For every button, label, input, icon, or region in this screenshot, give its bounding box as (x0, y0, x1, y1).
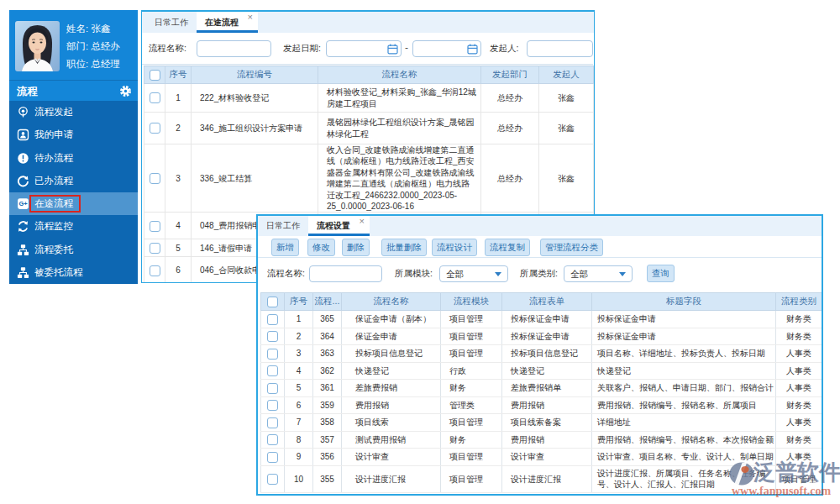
front-table-row[interactable]: 8357测试费用报销财务费用报销费用报销、报销编号、报销名称、本次报销金额财务类 (261, 431, 822, 449)
table-cell: 财务类 (776, 431, 822, 449)
sidebar-item-在途流程[interactable]: G+在途流程 (9, 192, 138, 215)
front-table-row[interactable]: 2364保证金申请项目管理投标保证金申请投标保证金申请财务类 (261, 328, 822, 345)
toolbar-button-流程设计[interactable]: 流程设计 (432, 239, 477, 256)
back-filter-date-to[interactable] (412, 40, 481, 57)
table-cell: 设计进度汇报 (342, 465, 441, 493)
column-header[interactable]: 序号 (285, 293, 313, 311)
table-cell: 项目线索备案 (502, 414, 592, 432)
back-tab-在途流程[interactable]: 在途流程× (197, 12, 258, 33)
table-cell: 财务类 (776, 311, 822, 328)
column-header[interactable]: 流程类别 (776, 293, 822, 311)
row-checkbox[interactable] (267, 365, 278, 376)
cell-name: 材料验收登记_材料采购_张鑫_华润12城房建工程项目 (318, 84, 481, 113)
cell-initiator: 张鑫 (539, 113, 594, 144)
row-checkbox[interactable] (267, 474, 278, 485)
table-cell: 10 (285, 465, 313, 493)
row-checkbox[interactable] (267, 383, 278, 394)
profile-dept: 部门: 总经办 (66, 40, 120, 53)
back-filter-initiator-input[interactable] (527, 40, 593, 57)
table-cell: 财务类 (776, 328, 822, 345)
sidebar-item-流程发起[interactable]: 流程发起 (9, 101, 138, 123)
toolbar-button-删除[interactable]: 删除 (342, 239, 370, 256)
sidebar-item-label: 流程发起 (34, 106, 73, 118)
front-tab-日常工作[interactable]: 日常工作 (258, 216, 308, 236)
front-table-row[interactable]: 1365保证金申请（副本）项目管理投标保证金申请投标保证金申请财务类 (261, 311, 822, 328)
back-table-row[interactable]: 3336_竣工结算收入合同_改建铁路成渝线增建第二直通线（成渝枢纽）电力线路迁改… (144, 144, 594, 213)
row-checkbox-cell (144, 239, 165, 257)
column-header[interactable]: 流程模块 (441, 293, 502, 311)
gear-icon[interactable] (119, 85, 132, 97)
cell-code: 346_施工组织设计方案申请 (192, 113, 318, 144)
row-checkbox[interactable] (267, 452, 278, 463)
row-checkbox[interactable] (267, 331, 278, 342)
row-checkbox[interactable] (150, 123, 160, 134)
row-checkbox-cell (261, 380, 285, 397)
sidebar-item-label: 已办流程 (34, 175, 73, 187)
sidebar-item-被委托流程[interactable]: 被委托流程 (9, 261, 138, 284)
back-filter-name-input[interactable] (197, 40, 271, 57)
front-tab-流程设置[interactable]: 流程设置× (308, 216, 370, 236)
calendar-icon[interactable] (467, 43, 478, 54)
front-filter-category-select[interactable]: 全部 (564, 265, 633, 282)
row-checkbox[interactable] (267, 400, 278, 411)
column-header[interactable]: 流程名称 (342, 293, 441, 311)
front-table-row[interactable]: 6359费用报销管理类费用报销费用报销、报销编号、报销名称、所属项目财务类 (261, 396, 822, 414)
column-header[interactable]: 发起人 (539, 66, 594, 84)
row-checkbox-cell (261, 311, 285, 328)
front-table-row[interactable]: 5361差旅费报销财务差旅费报销单关联客户、报销人、申请日期、部门、报销合计人事… (261, 380, 822, 397)
front-table-row[interactable]: 3363投标项目信息登记项目管理投标项目信息登记项目名称、详细地址、投标负责人、… (261, 345, 822, 363)
column-header[interactable]: 流程编号 (192, 66, 318, 84)
select-all-checkbox[interactable] (150, 70, 160, 81)
sidebar-item-流程委托[interactable]: 流程委托 (9, 239, 138, 261)
column-header[interactable]: 标题字段 (592, 293, 776, 311)
row-checkbox[interactable] (267, 314, 278, 325)
column-header[interactable]: 发起部门 (481, 66, 539, 84)
row-checkbox[interactable] (267, 434, 278, 445)
toolbar-button-修改[interactable]: 修改 (307, 239, 335, 256)
back-filter-date-from[interactable] (326, 40, 402, 57)
close-icon[interactable]: × (248, 13, 253, 22)
table-cell: 358 (313, 414, 342, 432)
date-range-separator: - (405, 42, 408, 54)
sidebar-item-流程监控[interactable]: 流程监控 (9, 215, 138, 238)
front-table-row[interactable]: 9356设计审查项目管理设计审查设计审查、项目名称、专业、设计人、制单日期人事类 (261, 449, 822, 466)
back-tab-日常工作[interactable]: 日常工作 (146, 12, 197, 33)
column-header[interactable]: 流程名称 (318, 66, 481, 84)
row-checkbox[interactable] (150, 221, 160, 232)
sidebar-item-我的申请[interactable]: 我的申请 (9, 123, 138, 146)
row-checkbox[interactable] (150, 265, 160, 276)
calendar-icon[interactable] (387, 43, 398, 54)
back-table-row[interactable]: 2346_施工组织设计方案申请晟铭园林绿化工程组织设计方案_晟铭园林绿化工程总经… (144, 113, 594, 144)
column-header[interactable]: 序号 (165, 66, 192, 84)
column-header[interactable]: 流程表单 (502, 293, 592, 311)
search-button[interactable]: 查询 (647, 265, 675, 282)
cell-no: 3 (165, 144, 192, 213)
table-cell: 355 (313, 465, 342, 493)
sidebar-item-已办流程[interactable]: 已办流程 (9, 170, 138, 192)
front-filter-row: 流程名称: 所属模块: 全部 所属类别: 全部 查询 (258, 258, 822, 290)
row-checkbox[interactable] (150, 243, 160, 254)
toolbar-button-管理流程分类[interactable]: 管理流程分类 (540, 239, 603, 256)
sidebar-item-待办流程[interactable]: 待办流程 (9, 147, 138, 170)
profile-title: 职位: 总经理 (66, 58, 120, 71)
toolbar-button-批量删除[interactable]: 批量删除 (381, 239, 427, 256)
front-table-row[interactable]: 4362快递登记行政快递登记快递登记人事类 (261, 362, 822, 380)
close-icon[interactable]: × (360, 217, 365, 226)
front-filter-name-input[interactable] (309, 265, 382, 282)
toolbar-button-流程复制[interactable]: 流程复制 (485, 239, 530, 256)
row-checkbox[interactable] (267, 349, 278, 360)
front-filter-module-select[interactable]: 全部 (439, 265, 508, 282)
row-checkbox[interactable] (150, 173, 160, 184)
back-table-row[interactable]: 1222_材料验收登记材料验收登记_材料采购_张鑫_华润12城房建工程项目总经办… (144, 84, 594, 113)
table-cell: 项目管理 (441, 465, 502, 493)
table-cell: 357 (313, 431, 342, 449)
sidebar-section-header: 流程 (9, 80, 138, 101)
row-checkbox[interactable] (267, 417, 278, 428)
front-table-row[interactable]: 7358项目线索项目管理项目线索备案详细地址人事类 (261, 414, 822, 432)
row-checkbox-cell (144, 213, 165, 239)
front-table-row[interactable]: 10355设计进度汇报项目管理设计进度汇报设计进度汇报、所属项目、任务名称、任务… (261, 465, 822, 493)
select-all-checkbox[interactable] (267, 297, 278, 307)
column-header[interactable]: 流程... (313, 293, 342, 311)
row-checkbox[interactable] (150, 92, 160, 103)
toolbar-button-新增[interactable]: 新增 (271, 239, 299, 256)
